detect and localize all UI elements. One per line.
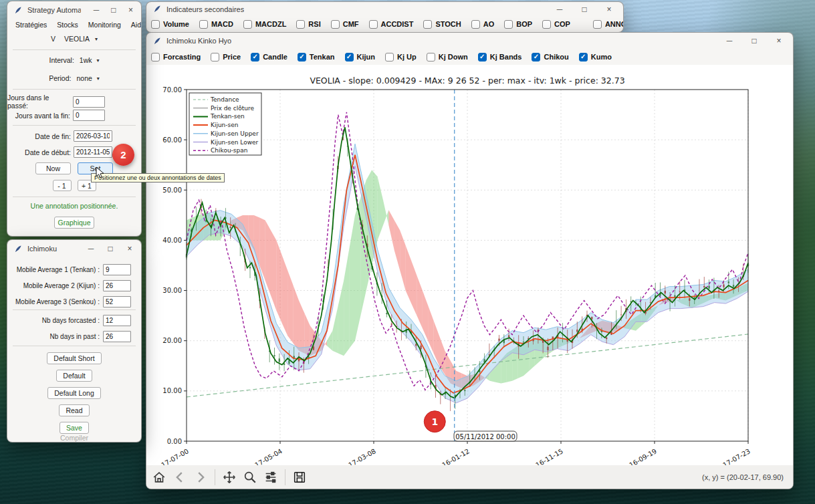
menu-stratégies[interactable]: Stratégies — [15, 21, 47, 29]
chart-legend[interactable]: TendancePrix de clôtureTenkan-senKijun-s… — [189, 93, 261, 155]
svg-text:20.00: 20.00 — [162, 337, 182, 344]
close-button[interactable]: × — [769, 33, 789, 48]
svg-text:0.00: 0.00 — [167, 438, 182, 445]
minimize-button[interactable]: ─ — [90, 3, 103, 17]
default-long-button[interactable]: Default Long — [47, 387, 101, 399]
checkbox-annote[interactable]: ANNOTE — [593, 20, 624, 29]
annotation-status: Une annotation positionnée. — [31, 202, 118, 210]
chart-titlebar[interactable]: Ichimoku Kinko Hyo ─ □ × — [146, 33, 793, 49]
save-icon[interactable] — [291, 469, 308, 486]
close-button[interactable]: × — [599, 2, 619, 17]
parameter-input[interactable] — [103, 331, 131, 342]
checked-box-icon: ✓ — [251, 53, 259, 61]
forward-icon[interactable] — [192, 469, 209, 486]
parameter-label: Nb days forcasted : — [42, 317, 100, 324]
mouse-cursor — [96, 166, 104, 179]
checkbox-tenkan[interactable]: ✓Tenkan — [298, 53, 335, 61]
parameter-input[interactable] — [103, 296, 131, 307]
checkbox-chikou[interactable]: ✓Chikou — [532, 53, 568, 61]
compiler-label: Compiler — [60, 434, 88, 442]
svg-text:Tendance: Tendance — [210, 96, 239, 103]
zoom-icon[interactable] — [241, 469, 259, 486]
checkbox-ao[interactable]: AO — [471, 20, 495, 29]
symbol-select[interactable]: VEOLIA ▾ — [64, 35, 98, 43]
menu-aide[interactable]: Aide — [131, 21, 142, 29]
maximize-button[interactable]: □ — [108, 3, 120, 17]
divider — [13, 89, 136, 90]
indicators-titlebar[interactable]: Indicateurs secondaires ─ □ × — [146, 2, 623, 16]
read-button[interactable]: Read — [59, 404, 89, 416]
checkbox-forcasting[interactable]: Forcasting — [151, 53, 201, 61]
unchecked-box-icon — [151, 20, 160, 29]
checkbox-stoch[interactable]: STOCH — [423, 20, 461, 29]
checkbox-label: AO — [483, 20, 495, 28]
symbol-letter: V — [51, 35, 55, 43]
parameter-input[interactable] — [103, 315, 131, 326]
checkbox-kumo[interactable]: ✓Kumo — [579, 53, 612, 61]
parameter-label: Mobile Average 3 (Senkou) : — [15, 298, 100, 305]
checkbox-price[interactable]: Price — [211, 53, 241, 61]
home-icon[interactable] — [150, 469, 168, 486]
symbol-value: VEOLIA — [64, 35, 90, 43]
checkbox-macdzl[interactable]: MACDZL — [243, 20, 286, 29]
unchecked-box-icon — [385, 53, 394, 61]
checkbox-cop[interactable]: COP — [542, 20, 570, 29]
cursor-coordinates: (x, y) = (20-02-17, 69.90) — [702, 473, 784, 481]
unchecked-box-icon — [542, 20, 551, 29]
period-select[interactable]: none ▾ — [76, 74, 99, 82]
divider — [13, 125, 136, 126]
jours-passe-label: Jours dans le passé: — [7, 94, 70, 110]
checkbox-kj-bands[interactable]: ✓Kj Bands — [478, 53, 522, 61]
pan-icon[interactable] — [221, 469, 238, 486]
checkbox-kijun[interactable]: ✓Kijun — [345, 53, 376, 61]
jours-fin-input[interactable] — [73, 110, 105, 121]
app-feather-icon — [153, 5, 162, 13]
parameter-label: Mobile Average 2 (Kijun) : — [23, 282, 100, 289]
svg-text:16-09-19: 16-09-19 — [628, 447, 658, 465]
default-short-button[interactable]: Default Short — [47, 352, 101, 364]
maximize-button[interactable]: □ — [103, 241, 118, 256]
checkbox-kj-up[interactable]: Kj Up — [385, 53, 417, 61]
svg-text:30.00: 30.00 — [162, 287, 182, 294]
checkbox-bop[interactable]: BOP — [504, 20, 532, 29]
checkbox-label: ANNOTE — [605, 20, 624, 28]
date-debut-input[interactable] — [74, 146, 112, 158]
back-icon[interactable] — [171, 469, 189, 486]
checkbox-accdist[interactable]: ACCDIST — [369, 20, 414, 29]
checkbox-label: Chikou — [544, 53, 568, 61]
checkbox-kj-down[interactable]: Kj Down — [427, 53, 468, 61]
interval-value: 1wk — [80, 56, 92, 64]
minus-one-button[interactable]: - 1 — [53, 180, 72, 191]
close-button[interactable]: × — [124, 3, 137, 17]
checkbox-macd[interactable]: MACD — [199, 20, 233, 29]
interval-select[interactable]: 1wk ▾ — [80, 56, 100, 64]
checkbox-volume[interactable]: Volume — [151, 20, 189, 29]
graphique-button[interactable]: Graphique — [54, 217, 94, 229]
save-button[interactable]: Save — [60, 422, 89, 434]
default-button[interactable]: Default — [56, 370, 92, 382]
divider — [13, 309, 136, 310]
strategy-titlebar[interactable]: Strategy Automat... ─ □ × — [7, 1, 141, 19]
close-button[interactable]: × — [122, 241, 137, 256]
date-fin-input[interactable] — [74, 130, 112, 142]
parameter-input[interactable] — [103, 280, 131, 291]
now-button[interactable]: Now — [35, 162, 71, 174]
minimize-button[interactable]: ─ — [84, 241, 98, 256]
checkbox-candle[interactable]: ✓Candle — [251, 53, 287, 61]
minimize-button[interactable]: ─ — [719, 33, 739, 48]
parameter-row: Mobile Average 2 (Kijun) : — [7, 280, 141, 291]
menu-stocks[interactable]: Stocks — [57, 21, 78, 29]
matplotlib-toolbar: (x, y) = (20-02-17, 69.90) — [146, 465, 793, 489]
svg-text:17-03-08: 17-03-08 — [347, 447, 377, 465]
maximize-button[interactable]: □ — [744, 33, 764, 48]
jours-passe-input[interactable] — [73, 96, 105, 108]
minimize-button[interactable]: ─ — [550, 2, 570, 17]
sliders-icon[interactable] — [262, 469, 279, 486]
menu-monitoring[interactable]: Monitoring — [88, 21, 121, 29]
parameter-input[interactable] — [103, 264, 131, 275]
maximize-button[interactable]: □ — [574, 2, 594, 17]
checkbox-rsi[interactable]: RSI — [296, 20, 320, 29]
chart-canvas[interactable]: VEOLIA - slope: 0.009429 - MAx: 9 26 52 … — [146, 65, 793, 465]
ichimoku-titlebar[interactable]: Ichimoku ─ □ × — [7, 240, 141, 257]
checkbox-cmf[interactable]: CMF — [331, 20, 359, 29]
